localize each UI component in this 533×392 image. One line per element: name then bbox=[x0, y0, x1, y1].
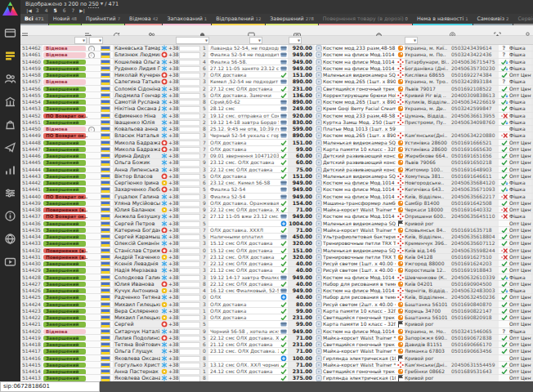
phone-number-masked[interactable] bbox=[179, 254, 200, 260]
tracking-number[interactable]: 0501691642508 bbox=[450, 200, 499, 206]
column-row-menu-icon[interactable] bbox=[21, 27, 29, 34]
tab-status-4[interactable]: Запакований1 bbox=[163, 14, 211, 25]
phone-number-masked[interactable] bbox=[179, 335, 200, 341]
phone-number-masked[interactable] bbox=[179, 45, 200, 51]
customer-name[interactable]: Людмила Гончарова bbox=[113, 92, 160, 98]
customer-name[interactable]: Ситарчук Наталія Гр.. bbox=[113, 328, 160, 334]
tracking-number[interactable]: 20450636613955 bbox=[450, 113, 499, 118]
app-logo-icon[interactable] bbox=[2, 2, 18, 16]
customer-name[interactable]: Анна Липенська bbox=[113, 167, 160, 172]
phone-number-masked[interactable] bbox=[179, 348, 200, 354]
order-row[interactable]: 514438Повернення (в..Юлия Баланюк+38922.… bbox=[20, 207, 533, 213]
telephony-icon[interactable] bbox=[160, 194, 168, 199]
order-row[interactable]: 514418ЗавершенийТетяна Войтович+38621.12… bbox=[20, 341, 533, 348]
tracking-number[interactable]: 20450635684120 bbox=[450, 180, 499, 185]
order-row[interactable]: 514462ВідмоваiКаневська Тамара ..+381Лав… bbox=[20, 45, 533, 51]
customer-name[interactable]: Руденко Лидия Пав.. bbox=[113, 65, 160, 71]
order-row[interactable]: 514435ЗавершенийКатерина Богданова+387ОЛ… bbox=[20, 227, 533, 234]
order-row[interactable]: 514446ЗавершенийИрина Дидух+38709.01 зве… bbox=[20, 153, 533, 159]
telephony-icon[interactable] bbox=[160, 213, 168, 219]
telephony-icon[interactable] bbox=[160, 281, 168, 287]
order-row[interactable]: 514444ЗавершенийАнна Липенська+38322.12 … bbox=[20, 167, 533, 173]
telephony-icon[interactable] bbox=[160, 140, 168, 145]
order-row[interactable]: 514436ЗавершенийСергей Петров+3851004.00… bbox=[20, 220, 533, 227]
tracking-number[interactable] bbox=[450, 355, 499, 361]
telephony-icon[interactable] bbox=[160, 348, 168, 354]
filter-dropdown-1[interactable]: ▼ bbox=[89, 37, 103, 44]
customer-name[interactable]: Яковлева Оксана bbox=[113, 355, 160, 361]
order-row[interactable]: 514454ЗавершенийСамотій Руслана Во..+388… bbox=[20, 99, 533, 105]
tracking-number[interactable]: 0501691651656 bbox=[450, 153, 499, 158]
customer-name[interactable]: Катерина Богданова bbox=[113, 227, 160, 233]
order-row[interactable]: 514443ЗавершенийВіктор Власов+385ОЛХ дос… bbox=[20, 173, 533, 180]
order-row[interactable]: 514449ПО Возврат ок..Власюк Наталья+383Ч… bbox=[20, 132, 533, 139]
telephony-icon[interactable] bbox=[160, 321, 168, 327]
telephony-icon[interactable] bbox=[160, 180, 168, 185]
phone-number-masked[interactable] bbox=[179, 99, 200, 105]
sidebar-orders-icon[interactable] bbox=[4, 50, 16, 62]
telephony-icon[interactable] bbox=[160, 146, 168, 152]
telephony-icon[interactable] bbox=[160, 126, 168, 131]
order-row[interactable]: 514450ВідмоваiКовальова анна+38825.12. 9… bbox=[20, 126, 533, 132]
phone-number-masked[interactable] bbox=[179, 287, 200, 293]
order-row[interactable]: 514422ЗавершенийМихаил Гилецький+383ОЛХ … bbox=[20, 314, 533, 321]
customer-name[interactable]: Анна Пастернак bbox=[113, 368, 160, 374]
telephony-icon[interactable] bbox=[160, 86, 168, 91]
tracking-number[interactable]: 20450631554459 bbox=[450, 362, 499, 368]
phone-number-masked[interactable] bbox=[179, 92, 200, 98]
phone-number-masked[interactable] bbox=[179, 267, 200, 273]
customer-name[interactable]: Уляна Мусійовська bbox=[113, 200, 160, 206]
telephony-icon[interactable] bbox=[160, 355, 168, 361]
telephony-icon[interactable] bbox=[160, 200, 168, 206]
order-row[interactable]: 514417ЗавершенийОльга Глущук+38023.12 см… bbox=[20, 348, 533, 354]
customer-name[interactable]: Самотій Руслана Во.. bbox=[113, 99, 160, 105]
order-row[interactable]: 514437ПО Возврат ок..Анжела Безушку+3822… bbox=[20, 213, 533, 220]
phone-number-masked[interactable] bbox=[179, 301, 200, 307]
tracking-number[interactable]: 0501690663456 bbox=[450, 348, 499, 354]
tracking-number[interactable]: 0503242893184 bbox=[450, 78, 499, 84]
order-row[interactable]: 514445ЗавершенийОльга Божик+38923.12 смс… bbox=[20, 159, 533, 166]
order-row[interactable]: 514452ПО Возврат ок..Єфименко Ніна+38219… bbox=[20, 113, 533, 119]
customer-name[interactable]: Кучук Антонина bbox=[113, 287, 160, 293]
customer-name[interactable]: Ирина Дидух bbox=[113, 153, 160, 158]
order-row[interactable]: 514432Повернення (в..Станіслав Стрижак+3… bbox=[20, 247, 533, 254]
tracking-number[interactable]: 20450635671093 bbox=[450, 186, 499, 192]
customer-name[interactable]: Сергей bbox=[113, 321, 160, 327]
customer-name[interactable]: Ольга Глущук bbox=[113, 348, 160, 354]
order-row[interactable]: 514434ЗавершенийСергей Карамышев+385Нали… bbox=[20, 234, 533, 240]
filter-dropdown-5[interactable]: ▼ bbox=[405, 37, 418, 44]
customer-name[interactable]: Николай Кучеренко bbox=[113, 72, 160, 78]
tracking-number[interactable]: 20450636715475 bbox=[450, 59, 499, 65]
phone-number-masked[interactable] bbox=[179, 341, 200, 347]
tab-status-6[interactable]: Завершений278 bbox=[266, 14, 318, 25]
tracking-number[interactable]: 20450635662217 bbox=[450, 194, 499, 199]
page-size-dropdown[interactable]: 250 bbox=[88, 1, 98, 8]
order-row[interactable]: 514426ЗавершенийКучук Антонина+38416.12 … bbox=[20, 287, 533, 294]
tracking-number[interactable]: 0501690820918 bbox=[450, 314, 499, 320]
order-row[interactable]: 514419ЗавершенийЛилия Подолинская+38522.… bbox=[20, 335, 533, 341]
page-button-5[interactable]: 5 bbox=[53, 7, 58, 13]
telephony-icon[interactable] bbox=[160, 167, 168, 172]
telephony-icon[interactable] bbox=[160, 267, 168, 273]
customer-name[interactable]: Захарченко Люба bbox=[113, 186, 160, 192]
last-page-button[interactable]: ▶❘ bbox=[79, 8, 85, 13]
telephony-icon[interactable] bbox=[160, 328, 168, 334]
customer-name[interactable]: Микола Бадражан bbox=[113, 146, 160, 152]
telephony-icon[interactable] bbox=[160, 113, 168, 118]
telephony-icon[interactable] bbox=[160, 254, 168, 260]
column-customers-icon[interactable] bbox=[148, 27, 155, 34]
tracking-number[interactable]: 0501691665630 bbox=[450, 146, 499, 152]
customer-name[interactable]: Власюк Наталья bbox=[113, 132, 160, 138]
phone-number-masked[interactable] bbox=[179, 247, 200, 253]
phone-number-masked[interactable] bbox=[179, 368, 200, 374]
order-row[interactable]: 514442ЗавершенийСергіюнко Ірина Ми..+386… bbox=[20, 180, 533, 186]
order-row[interactable]: 514441ЗавершенийЗахарченко Люба+385Фиалк… bbox=[20, 186, 533, 193]
order-row[interactable]: 514414ЗавершенийАнна Пастернак+38124.12 … bbox=[20, 368, 533, 375]
telephony-icon[interactable] bbox=[160, 368, 168, 374]
order-row[interactable]: 514421ЗавершенийСергей+38599.00Карта пам… bbox=[20, 321, 533, 327]
sidebar-marketing-icon[interactable] bbox=[4, 141, 16, 154]
telephony-icon[interactable] bbox=[160, 159, 168, 165]
order-row[interactable]: 514431Повернення (в..Андрій Ткаченко+387… bbox=[20, 254, 533, 261]
customer-name[interactable]: Каневська Тамара .. bbox=[113, 45, 160, 51]
tracking-number[interactable]: 0501691648903 bbox=[450, 167, 499, 172]
